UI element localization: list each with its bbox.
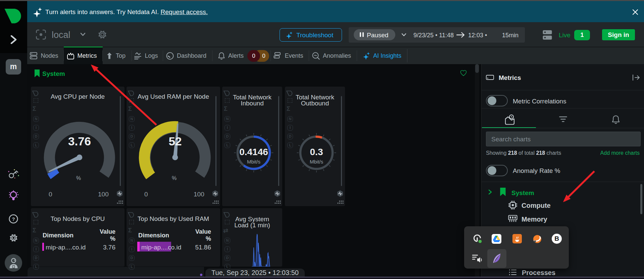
svg-text:?: ? xyxy=(12,216,15,222)
